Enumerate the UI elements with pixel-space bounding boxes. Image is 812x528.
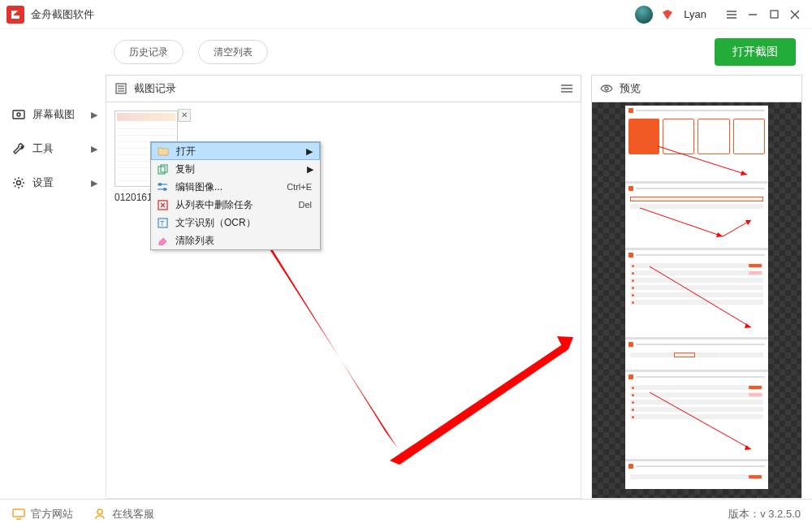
svg-point-9	[17, 181, 21, 185]
svg-marker-16	[741, 171, 747, 175]
support-icon	[93, 507, 107, 522]
sidebar-item-label: 屏幕截图	[32, 107, 75, 122]
version-label: 版本：	[728, 507, 760, 522]
maximize-button[interactable]	[763, 4, 784, 25]
svg-point-8	[17, 113, 20, 116]
svg-rect-7	[13, 110, 24, 119]
username-label[interactable]: Lyan	[684, 8, 706, 20]
toolbar: 历史记录 清空列表 打开截图	[0, 29, 812, 75]
svg-rect-26	[161, 165, 167, 172]
preview-body	[591, 102, 802, 499]
svg-line-17	[640, 208, 723, 236]
context-menu: 打开 ▶ 复制 ▶ 编辑图像... Ctrl+E 从列表中删除任务 Del T …	[150, 141, 321, 250]
statusbar: 官方网站 在线客服 版本： v 3.2.5.0	[0, 499, 812, 528]
records-header-label: 截图记录	[134, 81, 176, 96]
svg-line-23	[650, 392, 751, 449]
svg-rect-25	[158, 167, 165, 174]
eye-icon	[598, 80, 615, 97]
version-value: v 3.2.5.0	[760, 508, 801, 520]
ctx-edit-image[interactable]: 编辑图像... Ctrl+E	[151, 178, 320, 196]
wrench-icon	[11, 141, 26, 156]
svg-text:T: T	[160, 219, 165, 227]
preview-column: 预览	[591, 75, 802, 499]
vip-icon[interactable]	[661, 8, 674, 21]
chevron-right-icon: ▶	[91, 144, 97, 154]
preview-header: 预览	[591, 75, 802, 102]
chevron-right-icon: ▶	[91, 178, 97, 188]
app-title: 金舟截图软件	[31, 7, 94, 22]
sidebar-item-label: 设置	[32, 175, 54, 190]
online-support-link[interactable]: 在线客服	[93, 507, 154, 522]
close-button[interactable]	[784, 4, 806, 25]
ctx-ocr[interactable]: T 文字识别（OCR）	[151, 214, 320, 232]
svg-point-30	[164, 188, 166, 191]
history-button[interactable]: 历史记录	[114, 40, 184, 64]
chevron-right-icon: ▶	[91, 110, 97, 120]
preview-image[interactable]	[625, 106, 768, 489]
sidebar-item-tools[interactable]: 工具 ▶	[0, 132, 106, 166]
main-panel: 截图记录 ✕ 01201618… 预览	[106, 75, 812, 499]
eraser-icon	[154, 234, 171, 247]
records-column: 截图记录 ✕ 01201618…	[106, 75, 581, 499]
slider-icon	[154, 180, 171, 193]
menu-button[interactable]	[721, 4, 742, 25]
minimize-button[interactable]	[742, 4, 763, 25]
record-close-button[interactable]: ✕	[178, 109, 191, 122]
ctx-delete-from-list[interactable]: 从列表中删除任务 Del	[151, 196, 320, 214]
gear-icon	[11, 175, 26, 190]
submenu-icon: ▶	[306, 146, 313, 157]
records-header: 截图记录	[106, 75, 581, 102]
remove-icon	[154, 198, 171, 211]
user-avatar[interactable]	[635, 6, 653, 24]
copy-icon	[154, 162, 171, 175]
view-toggle-icon[interactable]	[559, 81, 574, 96]
app-logo	[6, 6, 24, 24]
text-icon: T	[154, 216, 171, 229]
svg-point-29	[159, 184, 162, 186]
list-icon	[113, 80, 129, 97]
svg-marker-18	[716, 232, 723, 237]
ctx-copy[interactable]: 复制 ▶	[151, 160, 320, 178]
ctx-clear-list[interactable]: 清除列表	[151, 232, 320, 249]
sidebar-item-label: 工具	[32, 141, 54, 156]
open-screenshot-button[interactable]: 打开截图	[715, 38, 796, 66]
official-website-link[interactable]: 官方网站	[11, 507, 73, 522]
ctx-open[interactable]: 打开 ▶	[151, 142, 320, 160]
clear-list-button[interactable]: 清空列表	[198, 40, 268, 64]
screenshot-icon	[11, 107, 26, 122]
svg-rect-39	[13, 509, 24, 517]
svg-line-21	[650, 266, 751, 327]
svg-point-14	[605, 87, 608, 90]
titlebar: 金舟截图软件 Lyan	[0, 0, 812, 29]
sidebar: 屏幕截图 ▶ 工具 ▶ 设置 ▶	[0, 75, 106, 499]
sidebar-item-screenshot[interactable]: 屏幕截图 ▶	[0, 97, 106, 132]
sidebar-item-settings[interactable]: 设置 ▶	[0, 166, 106, 200]
content-area: 屏幕截图 ▶ 工具 ▶ 设置 ▶ 截图记录	[0, 75, 812, 499]
svg-line-15	[658, 146, 747, 175]
monitor-icon	[11, 507, 26, 522]
svg-rect-4	[771, 11, 778, 18]
submenu-icon: ▶	[307, 164, 313, 175]
svg-point-41	[97, 509, 102, 514]
folder-icon	[155, 145, 171, 158]
preview-header-label: 预览	[620, 81, 641, 96]
